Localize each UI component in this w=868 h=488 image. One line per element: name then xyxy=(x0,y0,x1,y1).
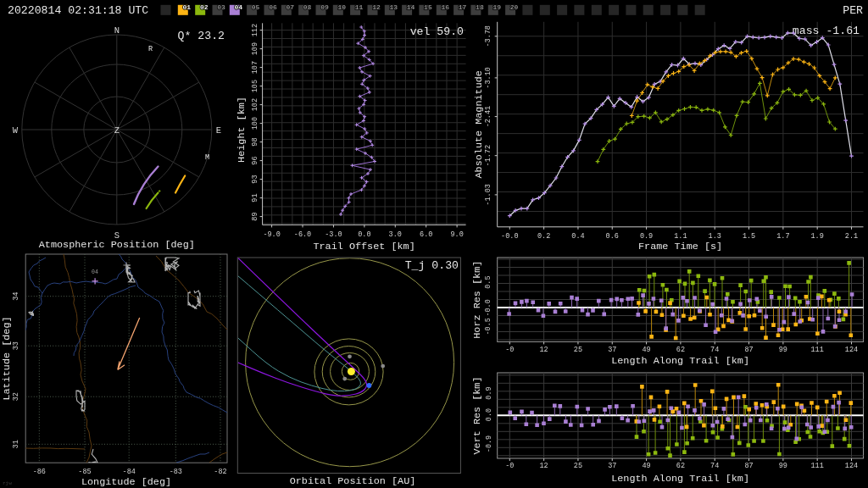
svg-text:-83: -83 xyxy=(170,468,182,476)
svg-text:124: 124 xyxy=(845,346,858,354)
svg-text:34: 34 xyxy=(12,292,20,301)
svg-text:01: 01 xyxy=(182,3,191,11)
svg-text:15: 15 xyxy=(424,3,432,11)
svg-text:1.3: 1.3 xyxy=(709,232,721,241)
svg-text:mass -1.61: mass -1.61 xyxy=(793,25,860,37)
svg-text:-0.9: -0.9 xyxy=(485,435,493,452)
svg-text:12: 12 xyxy=(540,346,548,354)
svg-text:-0: -0 xyxy=(505,346,514,354)
svg-text:Height [km]: Height [km] xyxy=(236,97,248,163)
svg-text:3.0: 3.0 xyxy=(389,230,402,239)
svg-text:-1.03: -1.03 xyxy=(485,184,493,206)
svg-text:-9.0: -9.0 xyxy=(263,230,280,239)
svg-text:-82: -82 xyxy=(214,468,226,476)
svg-text:1.9: 1.9 xyxy=(811,232,824,241)
svg-text:M: M xyxy=(205,153,209,162)
svg-text:93: 93 xyxy=(251,175,259,183)
svg-text:1.5: 1.5 xyxy=(743,232,755,241)
svg-text:Q* 23.2: Q* 23.2 xyxy=(178,30,225,42)
svg-text:33: 33 xyxy=(12,341,20,350)
svg-text:124: 124 xyxy=(845,462,858,470)
svg-text:Frame Time [s]: Frame Time [s] xyxy=(638,241,722,252)
svg-text:0.4: 0.4 xyxy=(571,232,584,241)
svg-text:04: 04 xyxy=(92,269,98,275)
svg-text:32: 32 xyxy=(12,392,20,401)
svg-text:0.9: 0.9 xyxy=(640,232,653,241)
svg-text:-6.0: -6.0 xyxy=(294,230,311,239)
svg-text:98: 98 xyxy=(251,137,259,146)
svg-text:T_j 0.30: T_j 0.30 xyxy=(405,259,459,272)
svg-text:1.7: 1.7 xyxy=(776,232,789,241)
svg-text:99: 99 xyxy=(779,462,787,470)
svg-text:05: 05 xyxy=(252,3,260,11)
svg-text:105: 105 xyxy=(251,80,259,92)
svg-text:0.9: 0.9 xyxy=(485,386,493,399)
svg-text:9.0: 9.0 xyxy=(450,230,463,239)
svg-text:100: 100 xyxy=(251,117,259,130)
svg-text:0.0: 0.0 xyxy=(358,230,370,239)
svg-text:08: 08 xyxy=(303,3,312,11)
svg-text:Latitude [deg]: Latitude [deg] xyxy=(1,316,13,400)
svg-text:37: 37 xyxy=(608,462,616,470)
svg-text:Vert Res [km]: Vert Res [km] xyxy=(471,376,483,454)
svg-text:W: W xyxy=(13,125,19,136)
svg-text:87: 87 xyxy=(744,462,753,470)
svg-text:rjw: rjw xyxy=(3,480,12,486)
svg-text:-3.10: -3.10 xyxy=(485,67,493,89)
svg-text:62: 62 xyxy=(676,462,685,470)
svg-text:Length Along Trail [km]: Length Along Trail [km] xyxy=(611,355,749,367)
svg-text:6.0: 6.0 xyxy=(420,230,432,239)
svg-text:Z: Z xyxy=(114,125,120,136)
svg-text:20: 20 xyxy=(510,3,519,11)
svg-text:17: 17 xyxy=(459,3,467,11)
svg-text:0.5: 0.5 xyxy=(485,275,493,288)
svg-text:111: 111 xyxy=(811,462,824,470)
svg-text:91: 91 xyxy=(251,193,259,202)
svg-text:19: 19 xyxy=(492,3,501,11)
svg-text:107: 107 xyxy=(251,61,259,74)
svg-text:07: 07 xyxy=(286,3,294,11)
svg-text:1.1: 1.1 xyxy=(674,232,687,241)
svg-text:102: 102 xyxy=(251,98,259,111)
svg-text:11: 11 xyxy=(355,3,364,11)
svg-text:49: 49 xyxy=(642,346,650,354)
svg-text:-3.0: -3.0 xyxy=(325,230,342,239)
svg-text:13: 13 xyxy=(389,3,398,11)
svg-text:-84: -84 xyxy=(123,468,136,476)
svg-text:-0.0: -0.0 xyxy=(485,299,493,316)
svg-text:2.1: 2.1 xyxy=(845,232,858,241)
svg-text:Length Along Trail [km]: Length Along Trail [km] xyxy=(611,473,749,485)
svg-text:02: 02 xyxy=(200,3,209,11)
svg-text:0.2: 0.2 xyxy=(537,232,550,241)
svg-text:25: 25 xyxy=(574,346,582,354)
svg-text:62: 62 xyxy=(676,346,685,354)
svg-text:E: E xyxy=(216,125,221,136)
svg-text:R: R xyxy=(148,45,153,53)
svg-text:18: 18 xyxy=(476,3,484,11)
svg-text:112: 112 xyxy=(251,24,259,36)
svg-text:04: 04 xyxy=(234,3,242,11)
svg-text:Longitude [deg]: Longitude [deg] xyxy=(81,476,171,488)
svg-text:09: 09 xyxy=(320,3,329,11)
svg-text:Atmospheric Position [deg]: Atmospheric Position [deg] xyxy=(39,239,195,251)
svg-text:06: 06 xyxy=(269,3,277,11)
svg-text:96: 96 xyxy=(251,156,259,164)
svg-text:0.0: 0.0 xyxy=(485,408,493,421)
svg-text:-86: -86 xyxy=(33,468,46,476)
svg-text:0.6: 0.6 xyxy=(606,232,619,241)
svg-text:10: 10 xyxy=(337,3,346,11)
svg-text:25: 25 xyxy=(574,462,582,470)
svg-text:87: 87 xyxy=(744,346,753,354)
svg-text:-3.78: -3.78 xyxy=(485,25,493,47)
svg-text:-0.5: -0.5 xyxy=(485,318,493,335)
svg-text:N: N xyxy=(114,25,120,36)
svg-text:-1.72: -1.72 xyxy=(485,145,493,167)
svg-text:89: 89 xyxy=(251,212,259,220)
svg-text:-2.41: -2.41 xyxy=(485,106,493,128)
svg-text:74: 74 xyxy=(710,462,719,470)
svg-text:49: 49 xyxy=(642,462,650,470)
svg-text:PER: PER xyxy=(843,4,863,17)
svg-text:Trail Offset [km]: Trail Offset [km] xyxy=(313,241,415,252)
svg-text:Horz Res [km]: Horz Res [km] xyxy=(471,261,483,339)
svg-text:14: 14 xyxy=(407,3,415,11)
